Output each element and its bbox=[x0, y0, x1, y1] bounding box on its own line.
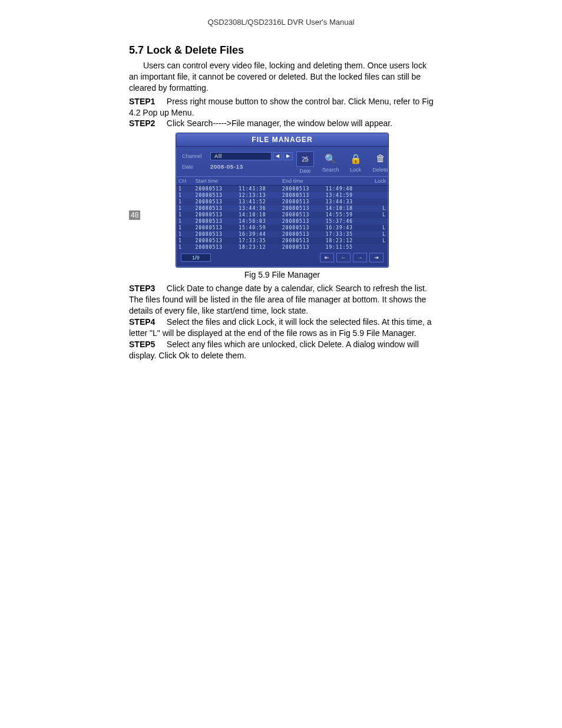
cell-end-date: 20080513 bbox=[280, 192, 323, 199]
step4: STEP4 Select the files and click Lock, i… bbox=[129, 317, 435, 339]
cell-ch: 1 bbox=[176, 212, 193, 218]
cell-start-time: 11:41:38 bbox=[236, 186, 280, 193]
step5: STEP5 Select any files which are unlocke… bbox=[129, 339, 435, 361]
cell-lock-flag bbox=[366, 244, 388, 251]
table-row[interactable]: 12008051312:13:132008051313:41:59 bbox=[176, 192, 388, 199]
step5-text: Select any files which are unlocked, cli… bbox=[129, 340, 419, 360]
cell-start-time: 16:39:44 bbox=[236, 231, 280, 238]
fm-nav-next-icon[interactable]: → bbox=[353, 253, 367, 262]
cell-end-date: 20080513 bbox=[280, 218, 323, 225]
cell-ch: 1 bbox=[176, 186, 193, 193]
table-row[interactable]: 12008051314:56:032008051315:37:46 bbox=[176, 218, 388, 225]
table-row[interactable]: 12008051316:39:442008051317:33:35L bbox=[176, 231, 388, 238]
cell-start-time: 18:23:12 bbox=[236, 244, 280, 251]
table-row[interactable]: 12008051313:44:362008051314:10:18L bbox=[176, 205, 388, 212]
delete-icon[interactable]: 🗑 bbox=[372, 151, 389, 166]
cell-end-time: 14:55:59 bbox=[323, 212, 367, 218]
fm-col-lock: Lock bbox=[366, 177, 388, 186]
cell-start-time: 17:33:35 bbox=[236, 238, 280, 244]
figure-file-manager: FILE MANAGER Channel All ◀ ▶ Date 2008-0… bbox=[129, 133, 435, 268]
fm-col-ch: CH bbox=[176, 177, 193, 186]
cell-end-date: 20080513 bbox=[280, 225, 323, 231]
fm-page-indicator: 1/9 bbox=[181, 253, 211, 262]
cell-start-time: 13:44:36 bbox=[236, 205, 280, 212]
cell-start-time: 15:40:59 bbox=[236, 225, 280, 231]
cell-end-date: 20080513 bbox=[280, 244, 323, 251]
search-icon[interactable]: 🔍 bbox=[322, 151, 339, 166]
cell-ch: 1 bbox=[176, 244, 193, 251]
step2-text: Click Search----->File manager, the wind… bbox=[167, 118, 392, 128]
fm-channel-prev-icon[interactable]: ◀ bbox=[273, 152, 282, 160]
cell-ch: 1 bbox=[176, 199, 193, 205]
cell-end-time: 11:49:40 bbox=[323, 186, 367, 193]
fm-col-end: End time bbox=[280, 177, 367, 186]
table-row[interactable]: 12008051318:23:122008051319:11:55 bbox=[176, 244, 388, 251]
cell-start-date: 20080513 bbox=[193, 192, 236, 199]
fm-nav-last-icon[interactable]: ⇥ bbox=[369, 253, 384, 262]
cell-start-date: 20080513 bbox=[193, 244, 236, 251]
cell-start-time: 14:56:03 bbox=[236, 218, 280, 225]
fm-date-label: Date bbox=[182, 164, 210, 170]
table-row[interactable]: 12008051311:41:382008051311:49:40 bbox=[176, 186, 388, 193]
cell-ch: 1 bbox=[176, 218, 193, 225]
intro-text: Users can control every video file, lock… bbox=[129, 60, 435, 94]
cell-start-date: 20080513 bbox=[193, 205, 236, 212]
doc-header: QSD2308L/QSD2316L DVR User's Manual bbox=[0, 18, 562, 27]
lock-icon[interactable]: 🔒 bbox=[348, 151, 364, 166]
cell-lock-flag bbox=[366, 199, 388, 205]
table-row[interactable]: 12008051313:41:522008051313:44:33 bbox=[176, 199, 388, 205]
step5-label: STEP5 bbox=[129, 340, 155, 349]
table-row[interactable]: 12008051315:40:592008051316:39:43L bbox=[176, 225, 388, 231]
cell-end-time: 14:10:18 bbox=[323, 205, 367, 212]
cell-end-time: 17:33:35 bbox=[323, 231, 367, 238]
cell-lock-flag: L bbox=[366, 231, 388, 238]
cell-ch: 1 bbox=[176, 231, 193, 238]
cell-start-date: 20080513 bbox=[193, 218, 236, 225]
step4-label: STEP4 bbox=[129, 317, 155, 327]
cell-start-date: 20080513 bbox=[193, 231, 236, 238]
fm-col-start: Start time bbox=[193, 177, 280, 186]
cell-end-time: 15:37:46 bbox=[323, 218, 367, 225]
fm-date-caption: Date bbox=[299, 168, 310, 174]
cell-lock-flag bbox=[366, 186, 388, 193]
cell-lock-flag: L bbox=[366, 212, 388, 218]
fm-search-caption: Search bbox=[322, 167, 339, 173]
fm-date-button[interactable]: 25 bbox=[296, 151, 314, 167]
cell-start-date: 20080513 bbox=[193, 225, 236, 231]
step1: STEP1 Press right mouse button to show t… bbox=[129, 96, 435, 118]
cell-lock-flag bbox=[366, 218, 388, 225]
cell-end-time: 13:44:33 bbox=[323, 199, 367, 205]
cell-start-date: 20080513 bbox=[193, 238, 236, 244]
cell-ch: 1 bbox=[176, 205, 193, 212]
figure-caption: Fig 5.9 File Manager bbox=[129, 270, 435, 279]
fm-delete-caption: Delete bbox=[373, 167, 388, 173]
cell-start-time: 12:13:13 bbox=[236, 192, 280, 199]
step2: STEP2 Click Search----->File manager, th… bbox=[129, 118, 435, 129]
section-title: 5.7 Lock & Delete Files bbox=[129, 44, 435, 57]
fm-nav-prev-icon[interactable]: ← bbox=[336, 253, 351, 262]
cell-lock-flag: L bbox=[366, 238, 388, 244]
cell-ch: 1 bbox=[176, 238, 193, 244]
fm-channel-select[interactable]: All bbox=[210, 152, 272, 160]
step1-text: Press right mouse button to show the con… bbox=[129, 97, 434, 117]
fm-file-table: CH Start time End time Lock 12008051311:… bbox=[176, 176, 388, 251]
table-row[interactable]: 12008051317:33:352008051318:23:12L bbox=[176, 238, 388, 244]
fm-title: FILE MANAGER bbox=[176, 133, 388, 147]
cell-end-time: 13:41:59 bbox=[323, 192, 367, 199]
cell-start-time: 14:10:18 bbox=[236, 212, 280, 218]
table-row[interactable]: 12008051314:10:182008051314:55:59L bbox=[176, 212, 388, 218]
cell-ch: 1 bbox=[176, 225, 193, 231]
step3-text: Click Date to change date by a calendar,… bbox=[129, 284, 427, 315]
step3: STEP3 Click Date to change date by a cal… bbox=[129, 283, 435, 317]
fm-channel-next-icon[interactable]: ▶ bbox=[283, 152, 293, 160]
cell-ch: 1 bbox=[176, 192, 193, 199]
fm-lock-caption: Lock bbox=[350, 167, 361, 173]
step4-text: Select the files and click Lock, it will… bbox=[129, 317, 432, 338]
fm-nav-first-icon[interactable]: ⇤ bbox=[320, 253, 334, 262]
file-manager-window: FILE MANAGER Channel All ◀ ▶ Date 2008-0… bbox=[176, 133, 389, 268]
cell-end-time: 19:11:55 bbox=[323, 244, 367, 251]
cell-end-time: 16:39:43 bbox=[323, 225, 367, 231]
fm-channel-label: Channel bbox=[182, 153, 210, 159]
cell-start-date: 20080513 bbox=[193, 212, 236, 218]
step1-label: STEP1 bbox=[129, 97, 155, 106]
